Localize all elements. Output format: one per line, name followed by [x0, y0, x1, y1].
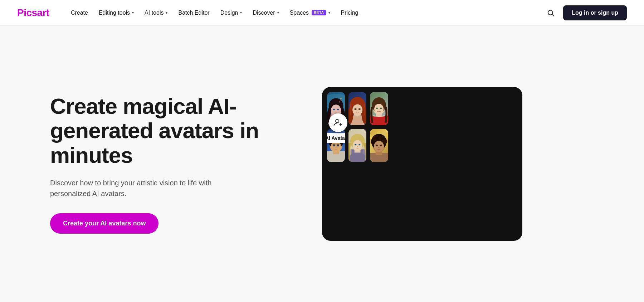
avatar-image-5: [348, 129, 366, 162]
collage-cell-4: AI Avatar: [327, 129, 345, 162]
nav-item-discover[interactable]: Discover ▾: [248, 7, 283, 19]
discover-chevron-icon: ▾: [277, 11, 279, 15]
svg-point-74: [359, 144, 360, 145]
svg-point-30: [359, 109, 360, 109]
spaces-beta-badge: BETA: [312, 10, 326, 15]
design-chevron-icon: ▾: [240, 11, 242, 15]
svg-point-68: [353, 140, 362, 151]
svg-point-89: [382, 139, 387, 144]
svg-point-40: [377, 108, 377, 108]
svg-point-44: [379, 109, 380, 110]
svg-point-24: [352, 104, 362, 116]
svg-point-32: [357, 116, 358, 117]
ai-avatar-label: AI Avatar: [327, 133, 345, 143]
svg-point-45: [336, 120, 339, 123]
collage-cell-6: [370, 129, 388, 162]
search-button[interactable]: [544, 6, 557, 20]
avatar-image-3: [370, 92, 388, 125]
logo[interactable]: Picsart: [17, 7, 49, 19]
svg-point-15: [338, 109, 338, 109]
main-nav: Create Editing tools ▾ AI tools ▾ Batch …: [67, 7, 544, 19]
cta-button[interactable]: Create your AI avatars now: [50, 213, 158, 234]
collage-grid: AI Avatar: [327, 92, 388, 162]
header: Picsart Create Editing tools ▾ AI tools …: [0, 0, 644, 26]
search-icon: [547, 9, 555, 17]
login-button[interactable]: Log in or sign up: [563, 5, 627, 20]
hero-title: Create magical AI-generated avatars in m…: [50, 94, 293, 167]
svg-point-37: [375, 104, 384, 115]
svg-point-0: [548, 10, 553, 15]
svg-point-12: [334, 109, 335, 109]
collage-cell-2: [348, 92, 366, 125]
main-content: Create magical AI-generated avatars in m…: [0, 26, 644, 302]
nav-item-editing-tools[interactable]: Editing tools ▾: [94, 7, 138, 19]
hero-subtitle: Discover how to bring your artistic visi…: [50, 177, 236, 199]
nav-item-pricing[interactable]: Pricing: [337, 7, 363, 19]
hero-left: Create magical AI-generated avatars in m…: [50, 94, 293, 234]
spaces-chevron-icon: ▾: [328, 11, 330, 15]
nav-item-batch-editor[interactable]: Batch Editor: [174, 7, 214, 19]
nav-item-create[interactable]: Create: [67, 7, 92, 19]
collage-cell-5: [348, 129, 366, 162]
svg-point-96: [381, 145, 381, 145]
svg-point-60: [338, 145, 338, 146]
user-plus-icon: [333, 118, 343, 128]
avatar-collage: AI Avatar: [322, 87, 522, 241]
svg-point-61: [336, 147, 337, 148]
svg-point-75: [357, 146, 358, 147]
avatar-image-6: [370, 129, 388, 162]
ai-tools-chevron-icon: ▾: [166, 11, 167, 15]
svg-point-90: [374, 141, 384, 152]
hero-right: AI Avatar: [322, 87, 522, 241]
svg-point-71: [355, 144, 356, 145]
svg-point-27: [355, 109, 356, 109]
collage-cell-3: [370, 92, 388, 125]
svg-point-93: [377, 145, 377, 145]
svg-point-18: [340, 98, 342, 99]
avatar-image-2: [348, 92, 366, 125]
svg-point-43: [381, 108, 381, 108]
nav-item-spaces[interactable]: Spaces BETA ▾: [286, 7, 335, 19]
editing-tools-chevron-icon: ▾: [132, 11, 134, 15]
svg-point-57: [334, 145, 334, 146]
header-actions: Log in or sign up: [544, 5, 627, 20]
svg-point-31: [357, 111, 358, 111]
svg-line-1: [552, 14, 554, 16]
svg-point-97: [379, 147, 380, 148]
logo-text: Picsart: [17, 7, 49, 19]
svg-point-16: [336, 111, 336, 111]
nav-item-design[interactable]: Design ▾: [216, 7, 247, 19]
nav-item-ai-tools[interactable]: AI tools ▾: [140, 7, 172, 19]
avatar-icon-circle: [329, 113, 347, 132]
